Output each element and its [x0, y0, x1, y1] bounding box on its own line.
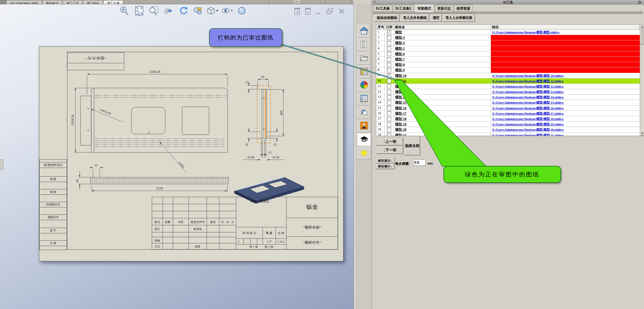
reviewed-checkbox[interactable] — [387, 68, 391, 72]
viewport-scrollbar[interactable] — [354, 4, 356, 309]
drawing-list-table[interactable]: 序号已审图纸名路径1✓模型E:\Users\Administrator\Desk… — [376, 24, 644, 136]
table-row[interactable]: 16模型-17E:\Users\Administrator\Desktop\模型… — [376, 111, 640, 116]
reviewed-cell — [385, 62, 394, 67]
sidebar-item-comments[interactable] — [357, 106, 371, 119]
table-row[interactable]: 20模型-21E:\Users\Administrator\Desktop\模型… — [376, 133, 640, 136]
panel-button-0[interactable]: 添加当前图纸 — [375, 14, 399, 22]
table-scrollbar[interactable] — [640, 25, 644, 136]
table-row[interactable]: 8模型-9 — [376, 67, 640, 73]
reviewed-checkbox[interactable] — [387, 90, 391, 94]
scroll-thumb[interactable] — [640, 29, 644, 45]
sidebar-item-library[interactable] — [357, 38, 371, 51]
dimension-enlarge-button[interactable]: 标注放大↑ — [375, 158, 395, 163]
panel-button-1[interactable]: 导入文件夹图纸 — [401, 14, 429, 22]
view-orientation-icon[interactable] — [206, 5, 219, 17]
column-header-2: 图纸名 — [394, 25, 491, 29]
reviewed-checkbox[interactable] — [387, 57, 391, 62]
table-row[interactable]: 3模型-4 — [376, 40, 640, 46]
drawing-sheet[interactable] — [39, 46, 343, 261]
panel-button-2[interactable]: 清空 — [430, 14, 442, 22]
table-row[interactable]: 17模型-18E:\Users\Administrator\Desktop\模型… — [376, 116, 640, 122]
panel-button-row: 添加当前图纸导入文件夹图纸清空导入上次审图记录 — [375, 14, 475, 22]
sidebar-item-home[interactable] — [357, 25, 371, 38]
tab-Dr工具集[interactable]: Dr工具集 — [373, 5, 392, 12]
close-window-icon[interactable] — [338, 7, 345, 16]
reviewed-checkbox[interactable] — [387, 46, 391, 51]
menu-tab-4[interactable]: 博工方通 — [103, 0, 123, 4]
zoom-fit-icon[interactable] — [133, 5, 145, 17]
sidebar-item-favorites[interactable] — [357, 147, 371, 160]
previous-sheet-button[interactable]: ↑上一张 — [377, 138, 403, 145]
reviewed-checkbox[interactable] — [387, 106, 391, 110]
table-row[interactable]: 7模型-8 — [376, 62, 640, 67]
reviewed-checkbox[interactable] — [387, 36, 391, 40]
panel-titlebar[interactable]: » Dr工具 — [372, 0, 644, 5]
reviewed-checkbox[interactable] — [387, 100, 391, 105]
table-row[interactable]: 12模型-13E:\Users\Administrator\Desktop\模型… — [376, 89, 640, 95]
previous-view-icon[interactable] — [162, 5, 175, 17]
table-row[interactable]: 14模型-15E:\Users\Administrator\Desktop\模型… — [376, 100, 640, 105]
table-row[interactable]: 2模型-3 — [376, 35, 640, 40]
table-row[interactable]: 13模型-14E:\Users\Administrator\Desktop\模型… — [376, 95, 640, 100]
sidebar-item-assistant[interactable] — [357, 120, 371, 133]
zoom-pan-icon[interactable] — [118, 5, 130, 17]
panel-button-3[interactable]: 导入上次审图记录 — [443, 14, 475, 22]
corner-stamp-text: “图样代号” — [85, 55, 106, 60]
scroll-up-button[interactable] — [640, 25, 644, 29]
display-style-icon[interactable] — [221, 5, 233, 17]
collapsed-panel-tab[interactable] — [0, 159, 3, 170]
table-row[interactable]: 9✓模型-10E:\Users\Administrator\Desktop\模型… — [376, 73, 640, 78]
sidebar-item-folder[interactable] — [357, 52, 371, 65]
reviewed-checkbox[interactable] — [387, 133, 391, 136]
next-window-icon[interactable] — [304, 7, 311, 16]
tab-审图模式[interactable]: 审图模式 — [414, 4, 434, 12]
reviewed-checkbox[interactable] — [387, 111, 391, 115]
reviewed-checkbox[interactable] — [387, 122, 391, 126]
menu-tab-3[interactable]: 博工钣金 — [83, 0, 103, 4]
table-row[interactable]: 4模型-5 — [376, 46, 640, 51]
drawing-name: 模型-10 — [394, 73, 491, 78]
next-sheet-button[interactable]: ↓下一张 — [377, 146, 403, 154]
menu-tab-0[interactable]: SOLIDWORKS 插件 — [6, 0, 42, 4]
reviewed-checkbox[interactable] — [387, 95, 391, 99]
adjust-step-input[interactable] — [413, 159, 426, 166]
table-row[interactable]: 1✓模型E:\Users\Administrator\Desktop\模型\模型… — [376, 30, 640, 35]
reviewed-checkbox[interactable] — [387, 128, 391, 132]
reviewed-checkbox[interactable] — [387, 63, 391, 67]
rotate-view-icon[interactable] — [177, 5, 189, 17]
menu-tab-2[interactable]: 博工工具 — [63, 0, 82, 4]
adjust-step-unit: mm — [427, 162, 433, 165]
sidebar-item-task-list[interactable] — [357, 93, 371, 106]
reviewed-checkbox[interactable]: ✓ — [387, 73, 391, 78]
table-row[interactable]: 5模型-6 — [376, 51, 640, 57]
restore-window-icon[interactable] — [326, 7, 334, 16]
previous-window-icon[interactable] — [294, 7, 301, 16]
tab-推荐资源[interactable]: 推荐资源 — [454, 5, 473, 12]
table-row[interactable]: 18模型-19E:\Users\Administrator\Desktop\模型… — [376, 122, 640, 127]
table-row[interactable]: 15模型-16E:\Users\Administrator\Desktop\模型… — [376, 106, 640, 111]
sidebar-item-training[interactable] — [357, 133, 371, 146]
table-row[interactable]: 19模型-20E:\Users\Administrator\Desktop\模型… — [376, 127, 640, 132]
zoom-area-icon[interactable] — [147, 5, 160, 17]
reviewed-checkbox[interactable] — [387, 52, 391, 56]
reviewed-checkbox[interactable] — [387, 41, 391, 45]
dimension-shrink-button[interactable]: 标注缩小↓ — [375, 164, 395, 169]
scroll-down-button[interactable] — [640, 131, 644, 136]
minimize-window-icon[interactable] — [315, 7, 322, 16]
section-view-icon[interactable] — [192, 5, 204, 17]
reviewed-checkbox[interactable]: ✓ — [387, 30, 391, 34]
table-row[interactable]: 10模型-11E:\Users\Administrator\Desktop\模型… — [376, 78, 640, 84]
tab-Dr工具集2[interactable]: Dr工具集2 — [393, 5, 414, 12]
reviewed-checkbox[interactable] — [387, 84, 391, 88]
tab-更新日志[interactable]: 更新日志 — [435, 5, 453, 12]
select-current-button[interactable]: 选择当前 — [404, 137, 420, 155]
menu-tab-1[interactable]: 图纸格式 — [42, 0, 62, 4]
table-row[interactable]: 11模型-12E:\Users\Administrator\Desktop\模型… — [376, 84, 640, 89]
reviewed-checkbox[interactable] — [387, 117, 391, 121]
gear-icon[interactable] — [638, 0, 641, 5]
reviewed-checkbox[interactable] — [387, 79, 391, 83]
sidebar-item-color-wheel[interactable] — [357, 79, 371, 92]
sidebar-item-layout[interactable] — [357, 65, 371, 78]
appearance-sphere-icon[interactable] — [236, 5, 248, 17]
table-row[interactable]: 6模型-7 — [376, 57, 640, 62]
